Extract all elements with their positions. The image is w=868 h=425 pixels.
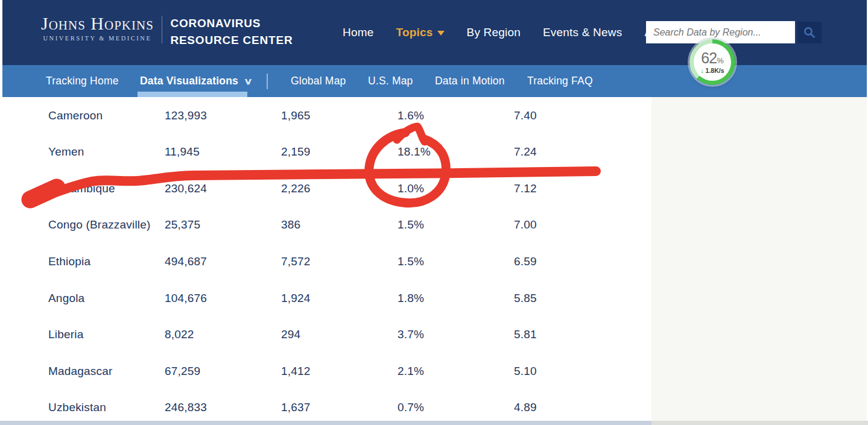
download-speed: ↓ 1.8K/s	[700, 68, 724, 74]
cell-country: Madagascar	[48, 365, 113, 378]
top-nav-item-events-news[interactable]: Events & News	[543, 26, 622, 39]
sub-nav-label: Data in Motion	[435, 75, 505, 87]
tracking-sub-nav: Tracking Home Data Visualizations ∨ Glob…	[2, 65, 867, 97]
cell-country: Uzbekistan	[48, 401, 106, 414]
cell-rate: 6.59	[514, 255, 537, 268]
cell-cases: 230,624	[165, 182, 207, 195]
caret-down-icon	[437, 31, 445, 36]
chevron-down-icon: ∨	[244, 76, 253, 87]
table-row: Congo (Brazzaville) 25,375 386 1.5% 7.00	[0, 207, 651, 244]
table-row: Ethiopia 494,687 7,572 1.5% 6.59	[0, 243, 651, 280]
cell-fatality-pct: 0.7%	[398, 401, 424, 414]
table-row: Angola 104,676 1,924 1.8% 5.85	[0, 280, 651, 316]
download-percent: 62%	[701, 51, 723, 66]
top-nav-item-by-region[interactable]: By Region	[467, 26, 521, 39]
top-nav-label: Home	[343, 26, 373, 39]
top-nav-label: By Region	[467, 26, 521, 39]
top-nav-label: Topics	[396, 26, 432, 39]
cell-rate: 5.81	[514, 328, 537, 341]
cell-cases: 8,022	[165, 328, 194, 341]
sub-nav-item-tracking-faq[interactable]: Tracking FAQ	[527, 65, 593, 97]
cell-fatality-pct: 1.6%	[398, 109, 424, 122]
search-input[interactable]	[646, 21, 795, 43]
cell-rate: 7.00	[514, 218, 537, 231]
cell-cases: 25,375	[165, 218, 200, 231]
bottom-edge-strip	[0, 421, 651, 425]
cell-deaths: 386	[281, 218, 300, 231]
search-icon	[803, 26, 816, 39]
cell-cases: 104,676	[165, 292, 207, 305]
country-data-table: Cameroon 123,993 1,965 1.6% 7.40 Yemen 1…	[0, 97, 651, 425]
download-progress-badge[interactable]: 62% ↓ 1.8K/s	[689, 39, 735, 85]
table-row: Yemen 11,945 2,159 18.1% 7.24	[0, 134, 651, 171]
table-row: Cameroon 123,993 1,965 1.6% 7.40	[0, 97, 651, 134]
table-row: Mozambique 230,624 2,226 1.0% 7.12	[0, 170, 651, 207]
cell-rate: 7.40	[514, 109, 537, 122]
cell-cases: 123,993	[165, 109, 207, 122]
cell-deaths: 1,637	[281, 401, 311, 414]
cell-fatality-pct: 18.1%	[398, 145, 431, 159]
table-row: Liberia 8,022 294 3.7% 5.81	[0, 316, 651, 353]
cell-deaths: 294	[281, 328, 300, 341]
top-nav-item-topics[interactable]: Topics	[396, 26, 444, 39]
search-button[interactable]	[797, 22, 822, 43]
search-box	[646, 21, 795, 43]
cell-fatality-pct: 1.0%	[398, 182, 424, 195]
cell-country: Liberia	[48, 328, 83, 341]
sub-nav-label: Tracking FAQ	[527, 75, 593, 87]
cell-deaths: 1,412	[281, 365, 311, 378]
cell-cases: 11,945	[165, 145, 200, 159]
cell-rate: 5.85	[514, 292, 537, 305]
sub-nav-item-tracking-home[interactable]: Tracking Home	[46, 65, 119, 97]
cell-deaths: 2,159	[281, 145, 311, 159]
percent-symbol: %	[717, 56, 724, 65]
sub-nav-item-us-map[interactable]: U.S. Map	[368, 65, 413, 97]
site-title-line1: CORONAVIRUS	[170, 15, 293, 32]
johns-hopkins-logo[interactable]: Johns Hopkins UNIVERSITY & MEDICINE CORO…	[41, 14, 293, 48]
cell-rate: 5.10	[514, 365, 537, 378]
bottom-edge-strip-right	[651, 421, 868, 425]
cell-country: Mozambique	[48, 182, 115, 195]
cell-deaths: 2,226	[281, 182, 311, 195]
sub-nav-item-data-in-motion[interactable]: Data in Motion	[435, 65, 505, 97]
top-nav-label: Events & News	[543, 26, 622, 39]
cell-country: Cameroon	[48, 109, 103, 122]
cell-country: Angola	[48, 292, 84, 305]
cell-deaths: 1,965	[281, 109, 311, 122]
logo-text-block: Johns Hopkins UNIVERSITY & MEDICINE	[41, 14, 154, 42]
table-row: Uzbekistan 246,833 1,637 0.7% 4.89	[0, 389, 651, 425]
download-arrow-icon: ↓	[700, 67, 703, 74]
cell-fatality-pct: 1.5%	[398, 255, 424, 268]
cell-cases: 67,259	[165, 365, 200, 378]
logo-university-name: Johns Hopkins	[41, 14, 154, 33]
sub-nav-label: Data Visualizations	[140, 75, 238, 87]
cell-cases: 246,833	[165, 401, 207, 414]
cell-country: Ethiopia	[48, 255, 90, 268]
cell-deaths: 7,572	[281, 255, 311, 268]
table-row: Madagascar 67,259 1,412 2.1% 5.10	[0, 353, 651, 389]
logo-university-subtitle: UNIVERSITY & MEDICINE	[41, 35, 154, 42]
cell-fatality-pct: 1.8%	[398, 292, 424, 305]
sub-nav-label: U.S. Map	[368, 75, 413, 87]
right-background-panel	[651, 97, 867, 421]
cell-rate: 7.12	[514, 182, 537, 195]
sub-nav-divider	[267, 74, 268, 89]
top-nav: Home Topics By Region Events & News Abou…	[343, 0, 675, 65]
download-speed-value: 1.8K/s	[706, 67, 724, 74]
logo-divider	[162, 16, 163, 43]
cell-rate: 7.24	[514, 145, 537, 159]
download-progress-inner: 62% ↓ 1.8K/s	[694, 43, 731, 81]
site-title-line2: RESOURCE CENTER	[170, 32, 293, 49]
cell-country: Congo (Brazzaville)	[48, 218, 151, 231]
sub-nav-label: Global Map	[291, 75, 346, 87]
download-percent-value: 62	[701, 49, 717, 66]
site-title: CORONAVIRUS RESOURCE CENTER	[170, 15, 293, 48]
cell-fatality-pct: 3.7%	[398, 328, 424, 341]
cell-fatality-pct: 1.5%	[398, 218, 424, 231]
cell-rate: 4.89	[514, 401, 537, 414]
cell-deaths: 1,924	[281, 292, 311, 305]
cell-country: Yemen	[48, 145, 84, 159]
sub-nav-item-global-map[interactable]: Global Map	[291, 65, 346, 97]
cell-cases: 494,687	[165, 255, 207, 268]
top-nav-item-home[interactable]: Home	[343, 26, 373, 39]
